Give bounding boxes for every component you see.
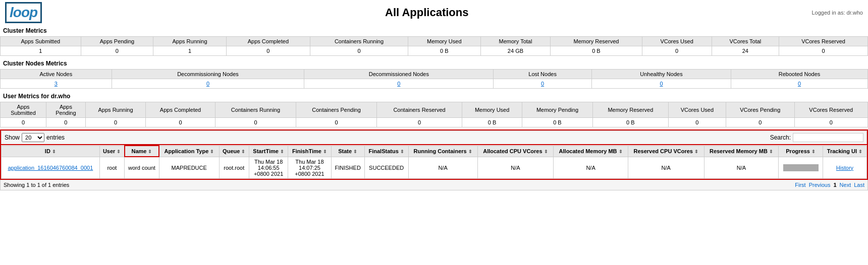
show-entries: Show 10 20 25 50 100 entries xyxy=(5,133,65,142)
val-um-memory-reserved: 0 B xyxy=(592,118,668,127)
logo: loop xyxy=(5,2,42,23)
sort-icon-queue: ⇕ xyxy=(241,149,245,154)
td-alloc-cpu: N/A xyxy=(477,157,554,178)
last-page[interactable]: Last xyxy=(854,182,864,188)
val-vcores-total: 24 xyxy=(712,46,779,56)
th-tracking-ui[interactable]: Tracking UI ⇕ xyxy=(823,146,866,157)
cluster-nodes-section: Cluster Nodes Metrics Active Nodes Decom… xyxy=(0,58,868,89)
sort-icon-finish-time: ⇕ xyxy=(323,149,327,154)
col-um-apps-running: Apps Running xyxy=(85,102,146,118)
val-um-vcores-used: 0 xyxy=(668,118,726,127)
td-name: word count xyxy=(125,157,159,178)
current-page[interactable]: 1 xyxy=(833,182,836,188)
search-input[interactable] xyxy=(793,133,863,142)
main-table-section: Show 10 20 25 50 100 entries Search: ID … xyxy=(0,129,868,190)
showing-entries: Showing 1 to 1 of 1 entries xyxy=(4,182,69,188)
app-id-link[interactable]: application_1616046760084_0001 xyxy=(8,165,93,171)
td-app-type: MAPREDUCE xyxy=(159,157,219,178)
sort-icon-alloc-mem: ⇕ xyxy=(619,149,623,154)
cluster-metrics-row: 1 0 1 0 0 0 B 24 GB 0 B 0 24 0 xyxy=(1,46,868,56)
col-rebooted-nodes: Rebooted Nodes xyxy=(731,70,868,79)
th-state[interactable]: State ⇕ xyxy=(331,146,364,157)
val-memory-reserved: 0 B xyxy=(551,46,642,56)
sort-icon-final-status: ⇕ xyxy=(400,149,404,154)
val-um-vcores-reserved: 0 xyxy=(794,118,867,127)
th-id[interactable]: ID ⇕ xyxy=(2,146,100,157)
controls-bar: Show 10 20 25 50 100 entries Search: xyxy=(1,130,867,144)
col-apps-running: Apps Running xyxy=(153,37,227,46)
val-decommissioning-nodes[interactable]: 0 xyxy=(112,79,304,89)
th-reserved-cpu[interactable]: Reserved CPU VCores ⇕ xyxy=(628,146,704,157)
sort-icon-state: ⇕ xyxy=(353,149,357,154)
val-active-nodes[interactable]: 3 xyxy=(1,79,112,89)
user-metrics-table: AppsSubmitted AppsPending Apps Running A… xyxy=(0,102,868,127)
show-label: Show xyxy=(5,134,20,141)
col-vcores-used: VCores Used xyxy=(642,37,712,46)
val-rebooted-nodes[interactable]: 0 xyxy=(731,79,868,89)
th-name[interactable]: Name ⇕ xyxy=(125,146,159,157)
th-reserved-mem[interactable]: Reserved Memory MB ⇕ xyxy=(704,146,779,157)
controls-bar-outer: Show 10 20 25 50 100 entries Search: xyxy=(0,129,868,144)
val-memory-used: 0 B xyxy=(408,46,480,56)
val-um-containers-pending: 0 xyxy=(296,118,377,127)
td-queue: root.root xyxy=(219,157,249,178)
val-lost-nodes[interactable]: 0 xyxy=(494,79,592,89)
sort-icon-tracking-ui: ⇕ xyxy=(858,149,862,154)
th-queue[interactable]: Queue ⇕ xyxy=(219,146,249,157)
col-containers-running: Containers Running xyxy=(310,37,408,46)
col-active-nodes: Active Nodes xyxy=(1,70,112,79)
tracking-ui-link[interactable]: History xyxy=(836,165,853,171)
val-um-containers-reserved: 0 xyxy=(376,118,462,127)
col-memory-reserved: Memory Reserved xyxy=(551,37,642,46)
val-vcores-reserved: 0 xyxy=(779,46,868,56)
val-apps-pending: 0 xyxy=(81,46,153,56)
th-user[interactable]: User ⇕ xyxy=(99,146,124,157)
th-app-type[interactable]: Application Type ⇕ xyxy=(159,146,219,157)
cluster-nodes-row: 3 0 0 0 0 0 xyxy=(1,79,868,89)
sort-icon-name: ⇕ xyxy=(148,149,152,154)
sort-icon-start-time: ⇕ xyxy=(280,149,284,154)
col-apps-completed: Apps Completed xyxy=(226,37,310,46)
previous-page[interactable]: Previous xyxy=(809,182,831,188)
col-apps-pending: Apps Pending xyxy=(81,37,153,46)
col-um-containers-running: Containers Running xyxy=(215,102,296,118)
main-table: ID ⇕ User ⇕ Name ⇕ Application Type ⇕ Qu… xyxy=(1,145,867,179)
val-memory-total: 24 GB xyxy=(480,46,551,56)
td-reserved-cpu: N/A xyxy=(628,157,704,178)
col-lost-nodes: Lost Nodes xyxy=(494,70,592,79)
cluster-nodes-title: Cluster Nodes Metrics xyxy=(0,58,868,69)
search-bar: Search: xyxy=(770,133,863,142)
th-alloc-cpu[interactable]: Allocated CPU VCores ⇕ xyxy=(477,146,554,157)
col-um-apps-completed: Apps Completed xyxy=(146,102,215,118)
user-metrics-section: User Metrics for dr.who AppsSubmitted Ap… xyxy=(0,91,868,127)
next-page[interactable]: Next xyxy=(840,182,851,188)
td-state: FINISHED xyxy=(331,157,364,178)
entries-label: entries xyxy=(46,134,65,141)
td-id[interactable]: application_1616046760084_0001 xyxy=(2,157,100,178)
val-um-vcores-pending: 0 xyxy=(726,118,794,127)
th-final-status[interactable]: FinalStatus ⇕ xyxy=(364,146,408,157)
td-tracking-ui[interactable]: History xyxy=(823,157,866,178)
th-alloc-mem[interactable]: Allocated Memory MB ⇕ xyxy=(554,146,628,157)
th-progress[interactable]: Progress ⇕ xyxy=(779,146,823,157)
td-start-time: Thu Mar 1814:06:55+0800 2021 xyxy=(249,157,288,178)
progress-bar-inner xyxy=(784,165,818,171)
col-vcores-total: VCores Total xyxy=(712,37,779,46)
col-apps-submitted: Apps Submitted xyxy=(1,37,81,46)
first-page[interactable]: First xyxy=(795,182,805,188)
show-select[interactable]: 10 20 25 50 100 xyxy=(22,133,44,142)
col-decommissioning-nodes: Decommissioning Nodes xyxy=(112,70,304,79)
sort-icon-app-type: ⇕ xyxy=(210,149,214,154)
page-title: All Applications xyxy=(42,6,811,19)
th-start-time[interactable]: StartTime ⇕ xyxy=(249,146,288,157)
val-unhealthy-nodes[interactable]: 0 xyxy=(591,79,731,89)
pagination: First Previous 1 Next Last xyxy=(795,182,864,188)
th-finish-time[interactable]: FinishTime ⇕ xyxy=(288,146,331,157)
sort-icon-reserved-cpu: ⇕ xyxy=(694,149,698,154)
cluster-metrics-title: Cluster Metrics xyxy=(0,25,868,36)
col-um-memory-used: Memory Used xyxy=(462,102,522,118)
th-running-containers[interactable]: Running Containers ⇕ xyxy=(408,146,477,157)
sort-icon-id: ⇕ xyxy=(52,149,56,154)
user-metrics-row: 0 0 0 0 0 0 0 0 B 0 B 0 B 0 0 0 xyxy=(1,118,868,127)
val-decommissioned-nodes[interactable]: 0 xyxy=(304,79,494,89)
